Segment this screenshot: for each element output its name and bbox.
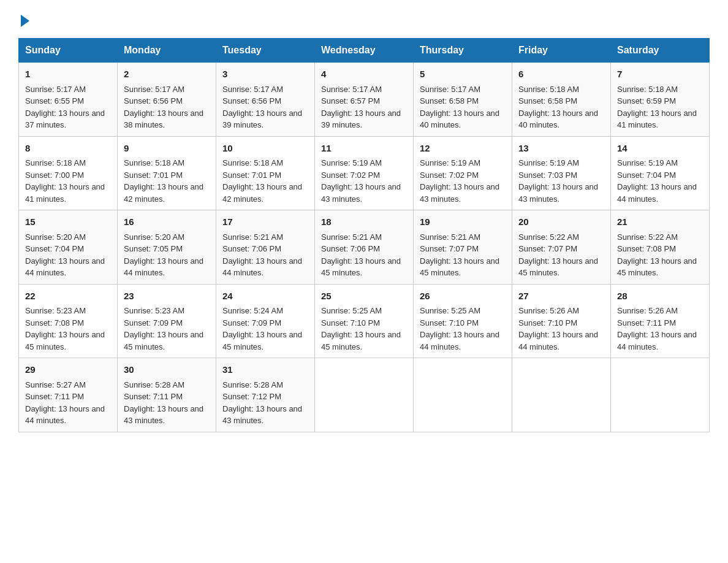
calendar-cell: 29Sunrise: 5:27 AMSunset: 7:11 PMDayligh… <box>19 358 118 432</box>
calendar-week-row: 1Sunrise: 5:17 AMSunset: 6:55 PMDaylight… <box>19 63 710 137</box>
day-number: 14 <box>617 142 703 156</box>
calendar-cell: 30Sunrise: 5:28 AMSunset: 7:11 PMDayligh… <box>118 358 216 432</box>
day-number: 2 <box>124 67 210 82</box>
calendar-cell: 17Sunrise: 5:21 AMSunset: 7:06 PMDayligh… <box>216 210 315 285</box>
calendar-cell <box>512 358 611 432</box>
calendar-cell: 14Sunrise: 5:19 AMSunset: 7:04 PMDayligh… <box>611 136 710 210</box>
day-number: 13 <box>518 142 604 156</box>
day-info: Sunrise: 5:25 AMSunset: 7:10 PMDaylight:… <box>420 306 499 351</box>
calendar-cell: 28Sunrise: 5:26 AMSunset: 7:11 PMDayligh… <box>611 284 710 358</box>
day-number: 23 <box>124 289 210 304</box>
day-info: Sunrise: 5:21 AMSunset: 7:07 PMDaylight:… <box>420 232 499 278</box>
day-info: Sunrise: 5:18 AMSunset: 6:59 PMDaylight:… <box>617 85 697 130</box>
day-number: 30 <box>124 363 210 377</box>
day-info: Sunrise: 5:20 AMSunset: 7:04 PMDaylight:… <box>25 232 105 278</box>
day-info: Sunrise: 5:26 AMSunset: 7:10 PMDaylight:… <box>518 306 598 351</box>
day-number: 25 <box>321 289 407 304</box>
day-number: 12 <box>420 142 506 156</box>
day-info: Sunrise: 5:21 AMSunset: 7:06 PMDaylight:… <box>321 232 401 278</box>
calendar-cell: 4Sunrise: 5:17 AMSunset: 6:57 PMDaylight… <box>315 63 414 137</box>
day-number: 1 <box>25 67 111 82</box>
calendar-cell: 7Sunrise: 5:18 AMSunset: 6:59 PMDaylight… <box>611 63 710 137</box>
calendar-cell: 16Sunrise: 5:20 AMSunset: 7:05 PMDayligh… <box>118 210 216 285</box>
day-info: Sunrise: 5:28 AMSunset: 7:12 PMDaylight:… <box>222 380 302 426</box>
calendar-cell: 21Sunrise: 5:22 AMSunset: 7:08 PMDayligh… <box>611 210 710 285</box>
day-info: Sunrise: 5:26 AMSunset: 7:11 PMDaylight:… <box>617 306 697 351</box>
calendar-cell: 12Sunrise: 5:19 AMSunset: 7:02 PMDayligh… <box>414 136 512 210</box>
day-header-sunday: Sunday <box>19 39 118 63</box>
day-info: Sunrise: 5:17 AMSunset: 6:57 PMDaylight:… <box>321 85 401 130</box>
day-number: 29 <box>25 363 111 377</box>
day-number: 9 <box>124 142 210 156</box>
day-info: Sunrise: 5:18 AMSunset: 7:01 PMDaylight:… <box>124 158 203 204</box>
calendar-cell: 3Sunrise: 5:17 AMSunset: 6:56 PMDaylight… <box>216 63 315 137</box>
day-number: 17 <box>222 215 308 229</box>
calendar-cell: 26Sunrise: 5:25 AMSunset: 7:10 PMDayligh… <box>414 284 512 358</box>
day-info: Sunrise: 5:17 AMSunset: 6:56 PMDaylight:… <box>124 85 203 130</box>
day-number: 15 <box>25 215 111 229</box>
day-info: Sunrise: 5:23 AMSunset: 7:08 PMDaylight:… <box>25 306 105 351</box>
calendar-cell <box>611 358 710 432</box>
day-info: Sunrise: 5:28 AMSunset: 7:11 PMDaylight:… <box>124 380 203 426</box>
logo-arrow-icon <box>21 15 29 27</box>
day-info: Sunrise: 5:17 AMSunset: 6:58 PMDaylight:… <box>420 85 499 130</box>
day-header-thursday: Thursday <box>414 39 512 63</box>
calendar-cell: 23Sunrise: 5:23 AMSunset: 7:09 PMDayligh… <box>118 284 216 358</box>
calendar-cell: 2Sunrise: 5:17 AMSunset: 6:56 PMDaylight… <box>118 63 216 137</box>
day-number: 3 <box>222 67 308 82</box>
calendar-cell <box>315 358 414 432</box>
calendar-table: SundayMondayTuesdayWednesdayThursdayFrid… <box>18 38 710 432</box>
calendar-week-row: 15Sunrise: 5:20 AMSunset: 7:04 PMDayligh… <box>19 210 710 285</box>
calendar-cell: 20Sunrise: 5:22 AMSunset: 7:07 PMDayligh… <box>512 210 611 285</box>
day-number: 10 <box>222 142 308 156</box>
calendar-cell: 11Sunrise: 5:19 AMSunset: 7:02 PMDayligh… <box>315 136 414 210</box>
calendar-cell: 9Sunrise: 5:18 AMSunset: 7:01 PMDaylight… <box>118 136 216 210</box>
calendar-week-row: 22Sunrise: 5:23 AMSunset: 7:08 PMDayligh… <box>19 284 710 358</box>
day-info: Sunrise: 5:20 AMSunset: 7:05 PMDaylight:… <box>124 232 203 278</box>
calendar-cell: 5Sunrise: 5:17 AMSunset: 6:58 PMDaylight… <box>414 63 512 137</box>
day-number: 24 <box>222 289 308 304</box>
day-header-monday: Monday <box>118 39 216 63</box>
day-header-saturday: Saturday <box>611 39 710 63</box>
calendar-cell: 10Sunrise: 5:18 AMSunset: 7:01 PMDayligh… <box>216 136 315 210</box>
calendar-cell: 18Sunrise: 5:21 AMSunset: 7:06 PMDayligh… <box>315 210 414 285</box>
day-info: Sunrise: 5:24 AMSunset: 7:09 PMDaylight:… <box>222 306 302 351</box>
day-number: 27 <box>518 289 604 304</box>
calendar-cell: 8Sunrise: 5:18 AMSunset: 7:00 PMDaylight… <box>19 136 118 210</box>
day-info: Sunrise: 5:18 AMSunset: 6:58 PMDaylight:… <box>518 85 598 130</box>
calendar-week-row: 8Sunrise: 5:18 AMSunset: 7:00 PMDaylight… <box>19 136 710 210</box>
day-info: Sunrise: 5:19 AMSunset: 7:02 PMDaylight:… <box>321 158 401 204</box>
day-number: 19 <box>420 215 506 229</box>
day-number: 8 <box>25 142 111 156</box>
calendar-week-row: 29Sunrise: 5:27 AMSunset: 7:11 PMDayligh… <box>19 358 710 432</box>
day-info: Sunrise: 5:19 AMSunset: 7:02 PMDaylight:… <box>420 158 499 204</box>
day-number: 16 <box>124 215 210 229</box>
calendar-cell: 22Sunrise: 5:23 AMSunset: 7:08 PMDayligh… <box>19 284 118 358</box>
calendar-cell <box>414 358 512 432</box>
calendar-cell: 13Sunrise: 5:19 AMSunset: 7:03 PMDayligh… <box>512 136 611 210</box>
day-number: 20 <box>518 215 604 229</box>
page-header <box>18 12 710 27</box>
day-number: 26 <box>420 289 506 304</box>
day-info: Sunrise: 5:19 AMSunset: 7:03 PMDaylight:… <box>518 158 598 204</box>
calendar-header-row: SundayMondayTuesdayWednesdayThursdayFrid… <box>19 39 710 63</box>
day-info: Sunrise: 5:22 AMSunset: 7:08 PMDaylight:… <box>617 232 697 278</box>
day-number: 28 <box>617 289 703 304</box>
day-header-tuesday: Tuesday <box>216 39 315 63</box>
day-info: Sunrise: 5:18 AMSunset: 7:01 PMDaylight:… <box>222 158 302 204</box>
day-header-wednesday: Wednesday <box>315 39 414 63</box>
day-number: 4 <box>321 67 407 82</box>
calendar-cell: 15Sunrise: 5:20 AMSunset: 7:04 PMDayligh… <box>19 210 118 285</box>
day-number: 31 <box>222 363 308 377</box>
calendar-cell: 1Sunrise: 5:17 AMSunset: 6:55 PMDaylight… <box>19 63 118 137</box>
calendar-cell: 25Sunrise: 5:25 AMSunset: 7:10 PMDayligh… <box>315 284 414 358</box>
logo <box>18 12 29 27</box>
day-info: Sunrise: 5:19 AMSunset: 7:04 PMDaylight:… <box>617 158 697 204</box>
day-info: Sunrise: 5:21 AMSunset: 7:06 PMDaylight:… <box>222 232 302 278</box>
day-info: Sunrise: 5:17 AMSunset: 6:55 PMDaylight:… <box>25 85 105 130</box>
day-info: Sunrise: 5:22 AMSunset: 7:07 PMDaylight:… <box>518 232 598 278</box>
day-info: Sunrise: 5:23 AMSunset: 7:09 PMDaylight:… <box>124 306 203 351</box>
calendar-cell: 31Sunrise: 5:28 AMSunset: 7:12 PMDayligh… <box>216 358 315 432</box>
day-number: 11 <box>321 142 407 156</box>
day-number: 5 <box>420 67 506 82</box>
